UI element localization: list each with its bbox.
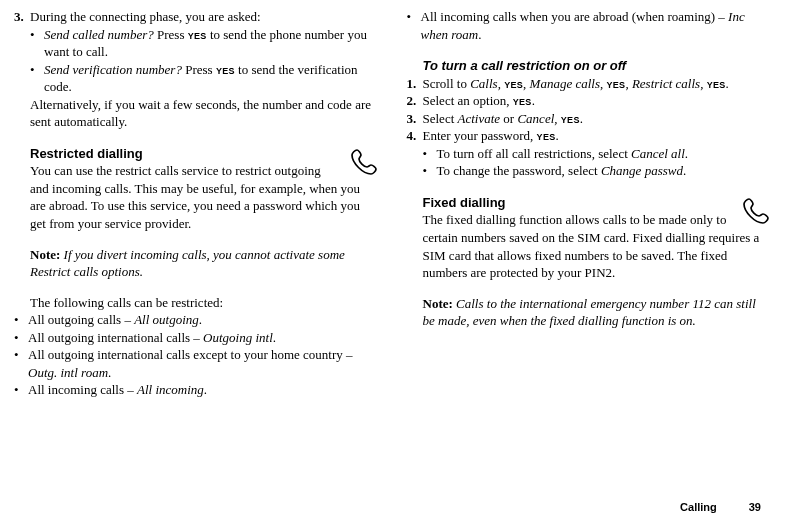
bullet-body: All outgoing calls – All outgoing.	[28, 311, 379, 329]
menu-item: Activate	[458, 111, 501, 126]
sub-bullet-1: • Send called number? Press YES to send …	[30, 26, 379, 61]
text: Select an option,	[423, 93, 513, 108]
text: To turn off all call restrictions, selec…	[437, 146, 632, 161]
step-body: Select an option, YES.	[423, 92, 772, 110]
fixed-dialling-body: The fixed dialling function allows calls…	[423, 211, 772, 281]
yes-key: YES	[513, 97, 532, 107]
text: Select	[423, 111, 458, 126]
restricted-dialling-note: Note: If you divert incoming calls, you …	[30, 246, 379, 281]
phone-icon	[741, 196, 771, 226]
bullet-body: All incoming calls when you are abroad (…	[421, 8, 772, 43]
bullet-body: Send called number? Press YES to send th…	[44, 26, 379, 61]
text: All incoming calls –	[28, 382, 137, 397]
step-number: 1.	[407, 75, 423, 93]
step-3-alt: Alternatively, if you wait a few seconds…	[30, 96, 379, 131]
menu-item: Restrict calls	[632, 76, 700, 91]
procedure-heading: To turn a call restriction on or off	[423, 57, 772, 75]
yes-key: YES	[707, 80, 726, 90]
text: To change the password, select	[437, 163, 601, 178]
yes-key: YES	[188, 31, 207, 41]
restrict-item: • All incoming calls – All incoming.	[14, 381, 379, 399]
text: .	[478, 27, 481, 42]
text: .	[204, 382, 207, 397]
footer-section: Calling	[680, 501, 717, 513]
heading-text: Fixed dialling	[423, 195, 506, 210]
menu-item: Calls	[470, 76, 497, 91]
note-label: Note:	[30, 247, 60, 262]
proc-step-4-sub1: • To turn off all call restrictions, sel…	[423, 145, 772, 163]
text: All outgoing international calls –	[28, 330, 203, 345]
restrict-item: • All outgoing international calls excep…	[14, 346, 379, 381]
restrict-item-roaming: • All incoming calls when you are abroad…	[407, 8, 772, 43]
text: All outgoing international calls except …	[28, 347, 353, 362]
step-number: 3.	[14, 8, 30, 131]
phone-icon	[349, 147, 379, 177]
note-text: If you divert incoming calls, you cannot…	[30, 247, 345, 280]
bullet-mark: •	[423, 162, 437, 180]
bullet-mark: •	[423, 145, 437, 163]
proc-step-2: 2. Select an option, YES.	[407, 92, 772, 110]
text: .	[108, 365, 111, 380]
footer-page-number: 39	[749, 501, 761, 513]
proc-step-3: 3. Select Activate or Cancel, YES.	[407, 110, 772, 128]
option-name: All outgoing	[134, 312, 199, 327]
option-name: Outgoing intl	[203, 330, 273, 345]
restricted-dialling-heading: Restricted dialling	[30, 145, 379, 163]
step-body: Select Activate or Cancel, YES.	[423, 110, 772, 128]
bullet-body: To turn off all call restrictions, selec…	[437, 145, 772, 163]
question-1: Send called number?	[44, 27, 154, 42]
proc-step-4: 4. Enter your password, YES.	[407, 127, 772, 145]
bullet-body: To change the password, select Change pa…	[437, 162, 772, 180]
bullet-body: Send verification number? Press YES to s…	[44, 61, 379, 96]
text: Press	[182, 62, 216, 77]
text: .	[532, 93, 535, 108]
bullet-mark: •	[14, 329, 28, 347]
restrict-item: • All outgoing international calls – Out…	[14, 329, 379, 347]
option-name: All incoming	[137, 382, 204, 397]
text: .	[556, 128, 559, 143]
text: Press	[154, 27, 188, 42]
text: .	[683, 163, 686, 178]
step-body: Scroll to Calls, YES, Manage calls, YES,…	[423, 75, 772, 93]
bullet-body: All outgoing international calls except …	[28, 346, 379, 381]
restrict-list-intro: The following calls can be restricted:	[30, 294, 379, 312]
menu-item: Change passwd	[601, 163, 683, 178]
step-number: 4.	[407, 127, 423, 145]
text: or	[500, 111, 517, 126]
text: .	[685, 146, 688, 161]
text: Enter your password,	[423, 128, 537, 143]
step-3: 3. During the connecting phase, you are …	[14, 8, 379, 131]
two-column-layout: 3. During the connecting phase, you are …	[14, 8, 771, 399]
fixed-dialling-note: Note: Calls to the international emergen…	[423, 295, 772, 330]
bullet-mark: •	[30, 61, 44, 96]
proc-step-4-sub2: • To change the password, select Change …	[423, 162, 772, 180]
sub-bullet-2: • Send verification number? Press YES to…	[30, 61, 379, 96]
page-footer: Calling39	[680, 500, 761, 515]
text: .	[580, 111, 583, 126]
yes-key: YES	[537, 132, 556, 142]
proc-step-1: 1. Scroll to Calls, YES, Manage calls, Y…	[407, 75, 772, 93]
menu-item: Cancel	[517, 111, 554, 126]
question-2: Send verification number?	[44, 62, 182, 77]
restrict-item: • All outgoing calls – All outgoing.	[14, 311, 379, 329]
step-body: During the connecting phase, you are ask…	[30, 8, 379, 131]
yes-key: YES	[216, 66, 235, 76]
yes-key: YES	[606, 80, 625, 90]
note-text: Calls to the international emergency num…	[423, 296, 756, 329]
bullet-mark: •	[30, 26, 44, 61]
restricted-dialling-body: You can use the restrict calls service t…	[30, 162, 379, 232]
note-label: Note:	[423, 296, 453, 311]
bullet-mark: •	[407, 8, 421, 43]
bullet-body: All incoming calls – All incoming.	[28, 381, 379, 399]
yes-key: YES	[504, 80, 523, 90]
step-body: Enter your password, YES.	[423, 127, 772, 145]
heading-text: Restricted dialling	[30, 146, 143, 161]
text: .	[726, 76, 729, 91]
bullet-body: All outgoing international calls – Outgo…	[28, 329, 379, 347]
text: All incoming calls when you are abroad (…	[421, 9, 729, 24]
menu-item: Cancel all	[631, 146, 685, 161]
fixed-dialling-heading: Fixed dialling	[423, 194, 772, 212]
right-column: • All incoming calls when you are abroad…	[407, 8, 772, 399]
text: .	[199, 312, 202, 327]
step-number: 2.	[407, 92, 423, 110]
